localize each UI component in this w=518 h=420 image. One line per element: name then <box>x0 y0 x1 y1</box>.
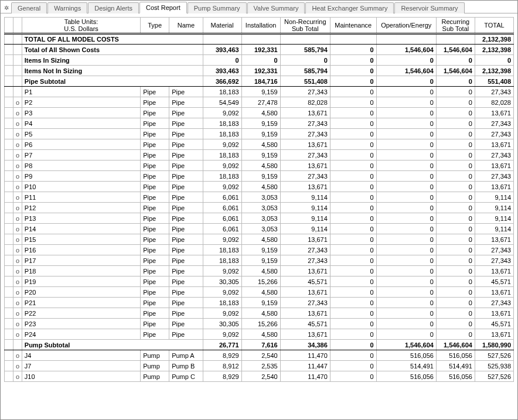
row-pipe-P13-material[interactable]: 6,061 <box>203 213 241 224</box>
row-pipe-P22-total[interactable]: 13,671 <box>475 308 513 319</box>
row-pipe-P11-material[interactable]: 6,061 <box>203 192 241 203</box>
row-pipe-P19-blank[interactable] <box>5 276 13 287</box>
tab-heat-exchanger-summary[interactable]: Heat Exchanger Summary <box>305 2 394 13</box>
row-pipe-P7-rec[interactable]: 0 <box>436 150 475 161</box>
row-pump-J7-rec[interactable]: 514,491 <box>436 361 475 371</box>
row-pipe-P18-total[interactable]: 13,671 <box>475 266 513 276</box>
row-pipe-P13-nonrec[interactable]: 9,114 <box>280 213 330 224</box>
row-pipe-P15[interactable]: oP15PipePipe9,0924,58013,67100013,671 <box>5 234 514 245</box>
row-pump-J4-blank[interactable] <box>5 350 13 361</box>
row-pipe-P11-install[interactable]: 3,053 <box>241 192 280 203</box>
row-pipe-P6-rec[interactable]: 0 <box>436 139 475 150</box>
row-pump-J4-nonrec[interactable]: 11,470 <box>280 350 330 361</box>
marker[interactable] <box>13 34 22 45</box>
row-pump-J4-rec[interactable]: 516,056 <box>436 350 475 361</box>
row-pipe-P13-install[interactable]: 3,053 <box>241 213 280 224</box>
row-pipe-P9-name[interactable]: Pipe <box>169 171 203 182</box>
row-pipe-subtotal[interactable]: Pipe Subtotal366,692184,716551,408000551… <box>5 76 514 87</box>
row-pipe-P21-type[interactable]: Pipe <box>141 298 169 308</box>
row-not-in-sizing-label[interactable]: Items Not In Sizing <box>22 66 203 76</box>
row-pipe-P10-material[interactable]: 9,092 <box>203 182 241 192</box>
row-shown-costs-marker[interactable] <box>13 45 22 55</box>
row-pipe-P8-blank[interactable] <box>5 161 13 171</box>
row-pipe-P20-rec[interactable]: 0 <box>436 287 475 298</box>
row-pump-J7-id[interactable]: J7 <box>22 361 140 371</box>
row-pipe-P9-blank[interactable] <box>5 171 13 182</box>
row-pipe-P13-blank[interactable] <box>5 213 13 224</box>
row-pipe-P12-op[interactable]: 0 <box>376 203 436 213</box>
row-in-sizing-total[interactable]: 0 <box>475 55 513 66</box>
row-pipe-P15-material[interactable]: 9,092 <box>203 234 241 245</box>
row-pipe-P9-marker[interactable]: o <box>13 171 22 182</box>
row-pipe-P21-blank[interactable] <box>5 298 13 308</box>
row-pipe-P16-marker[interactable]: o <box>13 245 22 255</box>
row-pipe-P3-type[interactable]: Pipe <box>141 108 169 118</box>
row-pipe-P8-total[interactable]: 13,671 <box>475 161 513 171</box>
row-in-sizing-maint[interactable]: 0 <box>330 55 376 66</box>
row-pump-J4-material[interactable]: 8,929 <box>203 350 241 361</box>
row-not-in-sizing-op[interactable]: 1,546,604 <box>376 66 436 76</box>
row-pipe-P19-marker[interactable]: o <box>13 276 22 287</box>
row-in-sizing-rec[interactable]: 0 <box>436 55 475 66</box>
row-pipe-P13-maint[interactable]: 0 <box>330 213 376 224</box>
row-pipe-P7-type[interactable]: Pipe <box>141 150 169 161</box>
row-pipe-P20-name[interactable]: Pipe <box>169 287 203 298</box>
row-pipe-P3-nonrec[interactable]: 13,671 <box>280 108 330 118</box>
row-pump-subtotal-rec[interactable]: 1,546,604 <box>436 340 475 350</box>
row-pipe-P6-blank[interactable] <box>5 139 13 150</box>
row-pipe-subtotal-blank[interactable] <box>5 76 13 87</box>
row-pipe-P8-type[interactable]: Pipe <box>141 161 169 171</box>
tab-reservoir-summary[interactable]: Reservoir Summary <box>394 2 464 13</box>
row-pipe-P20-op[interactable]: 0 <box>376 287 436 298</box>
row-pipe-P7-marker[interactable]: o <box>13 150 22 161</box>
row-pipe-P11-op[interactable]: 0 <box>376 192 436 203</box>
row-pipe-P17-name[interactable]: Pipe <box>169 255 203 266</box>
row-not-in-sizing[interactable]: Items Not In Sizing393,463192,331585,794… <box>5 66 514 76</box>
row-pipe-P1-blank[interactable] <box>5 87 13 97</box>
row-pipe-P19-rec[interactable]: 0 <box>436 276 475 287</box>
row-pump-J4-type[interactable]: Pump <box>141 350 169 361</box>
row-pipe-P5-rec[interactable]: 0 <box>436 129 475 139</box>
row-pipe-P9-material[interactable]: 18,183 <box>203 171 241 182</box>
row-pipe-P20-total[interactable]: 13,671 <box>475 287 513 298</box>
row-not-in-sizing-material[interactable]: 393,463 <box>203 66 241 76</box>
row-pipe-P18-marker[interactable]: o <box>13 266 22 276</box>
row-pipe-P22-maint[interactable]: 0 <box>330 308 376 319</box>
row-pump-J10-rec[interactable]: 516,056 <box>436 371 475 382</box>
row-pipe-P24-total[interactable]: 13,671 <box>475 329 513 340</box>
row-pump-subtotal-blank[interactable] <box>5 340 13 350</box>
row-pipe-P2-name[interactable]: Pipe <box>169 97 203 108</box>
row-not-in-sizing-rec[interactable]: 1,546,604 <box>436 66 475 76</box>
row-pipe-P21-id[interactable]: P21 <box>22 298 140 308</box>
row-pipe-P6-name[interactable]: Pipe <box>169 139 203 150</box>
tab-warnings[interactable]: Warnings <box>47 2 87 13</box>
row-pipe-P14-type[interactable]: Pipe <box>141 224 169 234</box>
row-pipe-P24-maint[interactable]: 0 <box>330 329 376 340</box>
row-pipe-subtotal-install[interactable]: 184,716 <box>241 76 280 87</box>
grand-pad-1[interactable] <box>241 34 280 45</box>
row-pump-J4-marker[interactable]: o <box>13 350 22 361</box>
row-pipe-P22-id[interactable]: P22 <box>22 308 140 319</box>
row-pipe-subtotal-material[interactable]: 366,692 <box>203 76 241 87</box>
grand-total[interactable]: 2,132,398 <box>475 34 513 45</box>
row-pump-J4-op[interactable]: 516,056 <box>376 350 436 361</box>
row-pipe-P18[interactable]: oP18PipePipe9,0924,58013,67100013,671 <box>5 266 514 276</box>
row-shown-costs[interactable]: Total of All Shown Costs393,463192,33158… <box>5 45 514 55</box>
row-not-in-sizing-nonrec[interactable]: 585,794 <box>280 66 330 76</box>
row-pipe-P3-marker[interactable]: o <box>13 108 22 118</box>
row-pipe-P10-install[interactable]: 4,580 <box>241 182 280 192</box>
row-pipe-P18-material[interactable]: 9,092 <box>203 266 241 276</box>
blank[interactable] <box>5 34 13 45</box>
row-pipe-P7-op[interactable]: 0 <box>376 150 436 161</box>
row-pump-J7-blank[interactable] <box>5 361 13 371</box>
col-recurring[interactable]: Recurring Sub Total <box>436 18 475 34</box>
row-pipe-P11-nonrec[interactable]: 9,114 <box>280 192 330 203</box>
row-pipe-P23-nonrec[interactable]: 45,571 <box>280 319 330 329</box>
row-pipe-P15-id[interactable]: P15 <box>22 234 140 245</box>
row-pipe-P19-install[interactable]: 15,266 <box>241 276 280 287</box>
row-pipe-P7-blank[interactable] <box>5 150 13 161</box>
row-pipe-P11-blank[interactable] <box>5 192 13 203</box>
row-pipe-P7-id[interactable]: P7 <box>22 150 140 161</box>
row-pipe-P17-blank[interactable] <box>5 255 13 266</box>
row-shown-costs-blank[interactable] <box>5 45 13 55</box>
